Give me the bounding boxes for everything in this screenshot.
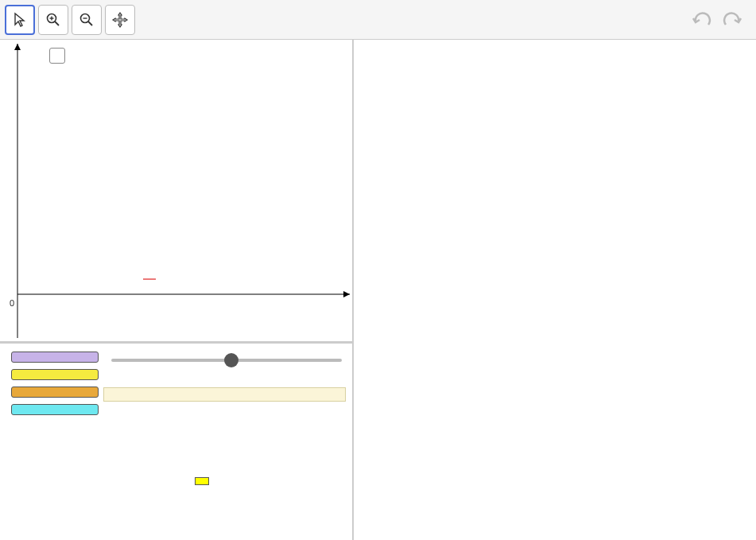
description-box (103, 387, 346, 402)
svg-text:0: 0 (10, 298, 14, 308)
undo-icon (691, 10, 715, 29)
controls-panel (0, 342, 352, 540)
slices-checkbox[interactable] (49, 48, 68, 64)
svg-line-1 (55, 21, 59, 25)
traces-off-button[interactable] (11, 369, 99, 380)
tool-pointer[interactable] (5, 5, 35, 35)
main-area: 0 (0, 40, 756, 540)
tool-pan[interactable] (105, 5, 135, 35)
plot-3d-svg (354, 40, 756, 540)
tool-zoom-in[interactable] (38, 5, 68, 35)
redo-button[interactable] (719, 10, 743, 29)
toolbar (0, 0, 756, 40)
show-integral-button[interactable] (195, 477, 209, 485)
plot-2d[interactable]: 0 (0, 40, 352, 342)
left-column: 0 (0, 40, 354, 540)
slider-thumb[interactable] (224, 353, 238, 367)
cursor-icon (12, 12, 28, 28)
plot-2d-svg: 0 (0, 40, 354, 342)
pan-icon (111, 11, 129, 29)
plot-3d[interactable] (354, 40, 756, 540)
redo-icon (719, 10, 743, 29)
undo-button[interactable] (691, 10, 715, 29)
zoom-out-icon (79, 12, 95, 28)
checkbox-icon[interactable] (49, 48, 65, 64)
show-surface-button[interactable] (11, 404, 99, 415)
tool-zoom-out[interactable] (72, 5, 102, 35)
svg-line-5 (88, 21, 92, 25)
clear-traces-button[interactable] (11, 387, 99, 398)
traces-on-button[interactable] (11, 352, 99, 363)
s-slider[interactable] (111, 352, 342, 367)
zoom-in-icon (45, 12, 61, 28)
